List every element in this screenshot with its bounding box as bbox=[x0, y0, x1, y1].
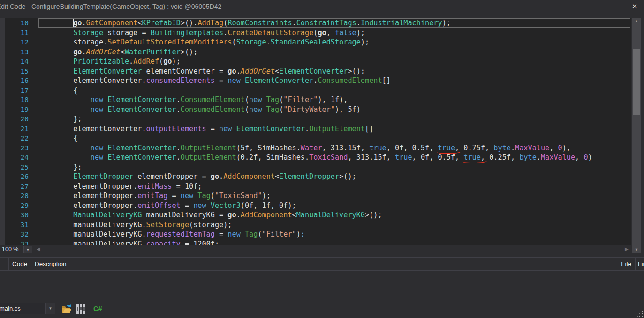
scroll-right-icon[interactable]: ▶ bbox=[625, 246, 629, 251]
line-number: 31 bbox=[0, 220, 29, 230]
open-folder-icon[interactable] bbox=[61, 304, 72, 314]
code-line[interactable]: 23 new ElementConverter.OutputElement(5f… bbox=[0, 143, 631, 153]
line-number: 22 bbox=[0, 133, 29, 143]
book-glyph bbox=[80, 304, 82, 314]
line-number: 26 bbox=[0, 172, 29, 182]
code-text: ElementConverter elementConverter = go.A… bbox=[39, 67, 365, 76]
line-number: 17 bbox=[0, 86, 29, 96]
line-number: 24 bbox=[0, 153, 29, 163]
code-line[interactable]: 20 }; bbox=[0, 114, 631, 124]
error-column-severity[interactable] bbox=[0, 258, 9, 271]
resize-grip[interactable] bbox=[642, 316, 643, 317]
code-line[interactable]: 10 go.GetComponent<KPrefabID>().AddTag(R… bbox=[0, 18, 631, 28]
line-number: 25 bbox=[0, 163, 29, 172]
line-number: 23 bbox=[0, 143, 29, 153]
code-text: new ElementConverter.ConsumedElement(new… bbox=[39, 95, 348, 105]
assemblies-icon[interactable] bbox=[76, 304, 87, 314]
code-line[interactable]: 24 new ElementConverter.OutputElement(0.… bbox=[0, 153, 631, 163]
csharp-file-icon[interactable]: C# bbox=[93, 305, 102, 312]
red-underline-annotation: true bbox=[438, 144, 455, 152]
line-number: 10 bbox=[0, 18, 29, 28]
code-lines-container: 10 go.GetComponent<KPrefabID>().AddTag(R… bbox=[0, 18, 631, 245]
code-text: new ElementConverter.OutputElement(5f, S… bbox=[39, 143, 571, 153]
error-column-line[interactable]: Line bbox=[636, 258, 644, 271]
code-text: storage.SetDefaultStoredItemModifiers(St… bbox=[39, 37, 369, 47]
book-glyph bbox=[83, 304, 85, 314]
vertical-scrollbar-thumb[interactable] bbox=[633, 49, 640, 115]
code-line[interactable]: 22 { bbox=[0, 133, 631, 143]
line-number: 30 bbox=[0, 210, 29, 220]
error-column-code[interactable]: Code bbox=[9, 258, 29, 271]
chevron-down-icon[interactable]: ▼ bbox=[45, 303, 55, 314]
code-text: elementConverter.consumedElements = new … bbox=[39, 76, 391, 86]
error-column-file[interactable]: File bbox=[583, 258, 636, 271]
line-number: 15 bbox=[0, 67, 29, 76]
code-line[interactable]: 32 manualDeliveryKG.requestedItemTag = n… bbox=[0, 229, 631, 239]
code-text: elementDropper.emitMass = 10f; bbox=[39, 182, 202, 192]
code-line[interactable]: 27 elementDropper.emitMass = 10f; bbox=[0, 182, 631, 192]
code-editor[interactable]: 10 go.GetComponent<KPrefabID>().AddTag(R… bbox=[0, 18, 631, 245]
scroll-left-icon[interactable]: ◀ bbox=[37, 246, 40, 251]
code-line[interactable]: 30 ManualDeliveryKG manualDeliveryKG = g… bbox=[0, 210, 631, 220]
zoom-dropdown-button[interactable]: ▼ bbox=[23, 246, 32, 253]
code-text: new ElementConverter.OutputElement(0.2f,… bbox=[39, 153, 592, 163]
scroll-down-icon[interactable]: ▼ bbox=[632, 247, 641, 252]
title-bar: Edit Code - ConfigureBuildingTemplate(Ga… bbox=[0, 0, 644, 13]
line-number: 13 bbox=[0, 47, 29, 57]
code-line[interactable]: 15 ElementConverter elementConverter = g… bbox=[0, 67, 631, 76]
line-number: 29 bbox=[0, 201, 29, 211]
line-number: 32 bbox=[0, 229, 29, 239]
code-line[interactable]: 18 new ElementConverter.ConsumedElement(… bbox=[0, 95, 631, 105]
code-line[interactable]: 28 elementDropper.emitTag = new Tag("Tox… bbox=[0, 191, 631, 201]
code-text: }; bbox=[39, 114, 82, 124]
book-glyph bbox=[76, 304, 79, 314]
code-line[interactable]: 21 elementConverter.outputElements = new… bbox=[0, 124, 631, 134]
code-line[interactable]: 31 manualDeliveryKG.SetStorage(storage); bbox=[0, 220, 631, 230]
line-number: 18 bbox=[0, 95, 29, 105]
code-text: { bbox=[39, 133, 77, 143]
code-text: manualDeliveryKG.SetStorage(storage); bbox=[39, 220, 232, 230]
red-underline-annotation: true bbox=[463, 153, 481, 162]
line-number: 33 bbox=[0, 239, 29, 246]
code-text: Prioritizable.AddRef(go); bbox=[39, 57, 181, 67]
line-number: 19 bbox=[0, 105, 29, 115]
scroll-up-icon[interactable]: ▲ bbox=[632, 19, 641, 23]
code-line[interactable]: 29 elementDropper.emitOffset = new Vecto… bbox=[0, 201, 631, 211]
code-text: go.GetComponent<KPrefabID>().AddTag(Room… bbox=[39, 18, 451, 28]
line-number: 28 bbox=[0, 191, 29, 201]
code-line[interactable]: 19 new ElementConverter.ConsumedElement(… bbox=[0, 105, 631, 115]
code-line[interactable]: 17 { bbox=[0, 86, 631, 96]
code-text: manualDeliveryKG.requestedItemTag = new … bbox=[39, 229, 305, 239]
file-selector-combobox[interactable]: main.cs ▼ bbox=[0, 303, 55, 314]
line-number: 11 bbox=[0, 28, 29, 38]
code-text: new ElementConverter.ConsumedElement(new… bbox=[39, 105, 361, 115]
code-text: ManualDeliveryKG manualDeliveryKG = go.A… bbox=[39, 210, 382, 220]
line-number: 27 bbox=[0, 182, 29, 192]
code-line[interactable]: 13 go.AddOrGet<WaterPurifier>(); bbox=[0, 47, 631, 57]
code-line[interactable]: 33 manualDeliveryKG.capacity = 1200f; bbox=[0, 239, 631, 246]
error-column-description[interactable]: Description bbox=[29, 258, 583, 271]
code-line[interactable]: 11 Storage storage = BuildingTemplates.C… bbox=[0, 28, 631, 38]
line-number: 21 bbox=[0, 124, 29, 134]
code-line[interactable]: 16 elementConverter.consumedElements = n… bbox=[0, 76, 631, 86]
code-text: elementDropper.emitTag = new Tag("ToxicS… bbox=[39, 191, 271, 201]
code-text: manualDeliveryKG.capacity = 1200f; bbox=[39, 239, 219, 246]
footer-bar: main.cs ▼ C# Compile Cancel bbox=[0, 300, 644, 318]
code-line[interactable]: 25 }; bbox=[0, 163, 631, 172]
code-text: Storage storage = BuildingTemplates.Crea… bbox=[39, 28, 365, 38]
vertical-scrollbar[interactable]: ▲ ▼ bbox=[632, 18, 641, 253]
line-number: 12 bbox=[0, 37, 29, 47]
error-list-panel: Code Description File Line bbox=[0, 257, 644, 300]
line-number: 14 bbox=[0, 57, 29, 67]
line-number: 20 bbox=[0, 114, 29, 124]
code-line[interactable]: 12 storage.SetDefaultStoredItemModifiers… bbox=[0, 37, 631, 47]
code-text: elementConverter.outputElements = new El… bbox=[39, 124, 373, 134]
code-line[interactable]: 26 ElementDropper elementDropper = go.Ad… bbox=[0, 172, 631, 182]
code-text: go.AddOrGet<WaterPurifier>(); bbox=[39, 47, 197, 57]
line-number: 16 bbox=[0, 76, 29, 86]
horizontal-scrollbar[interactable]: 100 % ▼ ◀ ▶ bbox=[0, 245, 631, 254]
close-icon[interactable]: ✕ bbox=[629, 2, 640, 11]
code-text: { bbox=[39, 86, 77, 96]
code-line[interactable]: 14 Prioritizable.AddRef(go); bbox=[0, 57, 631, 67]
error-list-header: Code Description File Line bbox=[0, 258, 644, 271]
